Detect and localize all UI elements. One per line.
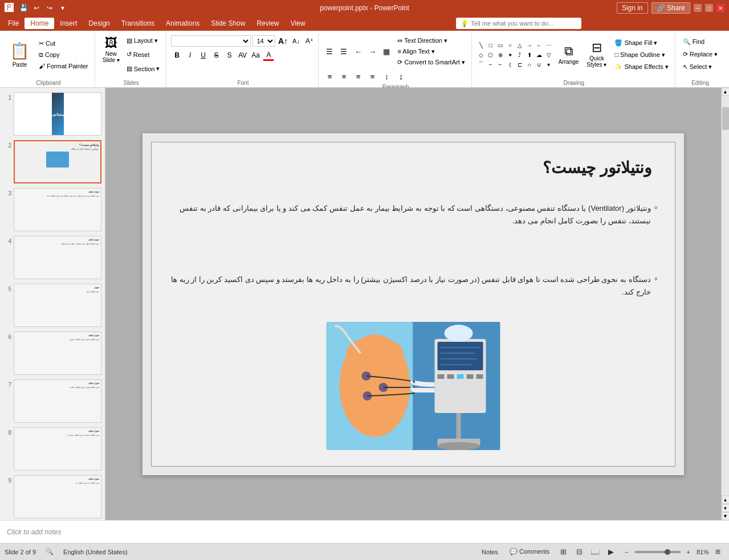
underline-button[interactable]: U <box>197 50 209 61</box>
justify-button[interactable]: ≡ <box>366 70 378 83</box>
menu-review[interactable]: Review <box>251 18 284 29</box>
slide-thumbnail-7[interactable]: 7 عنوان اسلاید متن اسلاید هفت متن اسلاید… <box>2 378 103 424</box>
shape-arrow-left[interactable]: ← <box>535 40 544 50</box>
menu-insert[interactable]: Insert <box>54 18 83 29</box>
font-name-select[interactable] <box>171 35 251 47</box>
menu-design[interactable]: Design <box>83 18 115 29</box>
text-direction-button[interactable]: ⇔ Text Direction ▾ <box>394 35 467 46</box>
save-button[interactable]: 💾 <box>18 2 29 14</box>
zoom-thumb[interactable] <box>665 549 670 555</box>
shape-d[interactable]: ⌣ <box>486 60 495 69</box>
slideshow-button[interactable]: ▶ <box>605 546 617 558</box>
shape-c[interactable]: ⌒ <box>477 60 486 69</box>
shapes-dropdown[interactable]: ▾ <box>544 60 553 69</box>
scroll-thumb[interactable] <box>722 107 729 130</box>
reading-view-button[interactable]: 📖 <box>589 546 601 558</box>
select-button[interactable]: ↖ Select ▾ <box>680 62 720 72</box>
shape-arrow-right[interactable]: → <box>525 40 534 50</box>
strikethrough-button[interactable]: S <box>210 50 222 61</box>
format-painter-button[interactable]: 🖌 Format Painter <box>36 61 91 71</box>
shape-rect[interactable]: □ <box>486 40 495 50</box>
shape-9[interactable]: ▽ <box>544 50 553 59</box>
cut-button[interactable]: ✂ Cut <box>36 38 91 48</box>
zoom-out-ribbon[interactable]: ▼ <box>722 504 730 512</box>
increase-font-button[interactable]: A↑ <box>277 35 288 47</box>
shape-7[interactable]: ⬆ <box>525 50 534 59</box>
shape-triangle[interactable]: △ <box>515 40 524 50</box>
slide-thumbnail-9[interactable]: 9 عنوان اسلاید متن اسلاید نه متن اسلاید … <box>2 474 103 520</box>
zoom-in-btn[interactable]: + <box>683 547 694 557</box>
layout-button[interactable]: ▤ Layout ▾ <box>124 35 163 46</box>
menu-animations[interactable]: Animations <box>160 18 205 29</box>
decrease-indent-button[interactable]: ← <box>352 45 364 58</box>
scroll-up-button[interactable]: ▲ <box>722 88 730 96</box>
tell-me-input[interactable] <box>471 20 573 27</box>
slide-thumbnail-8[interactable]: 8 عنوان اسلاید متن اسلاید هشت متن اسلاید… <box>2 426 103 472</box>
slide-thumbnail-5[interactable]: 5 عنوان متن اسلاید پنج <box>2 283 103 328</box>
zoom-in-ribbon[interactable]: ▲ <box>722 496 730 504</box>
menu-transitions[interactable]: Transitions <box>116 18 160 29</box>
shape-line[interactable]: ╲ <box>477 40 486 50</box>
numbering-button[interactable]: ☰ <box>337 45 350 58</box>
shape-f[interactable]: ⟨ <box>506 60 515 69</box>
menu-file[interactable]: File <box>2 18 25 29</box>
decrease-font-button[interactable]: A↓ <box>290 35 302 47</box>
shape-g[interactable]: ⊏ <box>515 60 524 69</box>
redo-button[interactable]: ↪ <box>44 2 55 14</box>
quick-styles-button[interactable]: ⊟ QuickStyles ▾ <box>584 39 609 71</box>
menu-view[interactable]: View <box>285 18 311 29</box>
notes-button[interactable]: Notes <box>478 547 502 557</box>
fit-window-button[interactable]: ⊞ <box>711 546 724 557</box>
new-slide-button[interactable]: 🖼 NewSlide ▾ <box>100 34 123 66</box>
shape-i[interactable]: ∪ <box>535 60 544 69</box>
slide-thumbnail-1[interactable]: 1 ونتیلاتور <box>2 91 103 137</box>
charspacing-button[interactable]: AV <box>237 50 248 61</box>
zoom-slider[interactable] <box>635 551 681 553</box>
scroll-down-button[interactable]: ▼ <box>722 512 730 520</box>
columns-button[interactable]: ▦ <box>380 45 393 58</box>
slide-thumbnail-3[interactable]: 3 عنوان اسلاید متن اسلاید سه متن اسلاید … <box>2 187 103 232</box>
canvas-area[interactable]: ونتیلاتور چیست؟ ° ونتیلاتور (Ventilator)… <box>105 88 721 520</box>
slide-thumbnail-6[interactable]: 6 عنوان اسلاید متن اسلاید شش متن اسلاید … <box>2 330 103 376</box>
align-text-button[interactable]: ≡ Align Text ▾ <box>394 46 467 56</box>
bullets-button[interactable]: ☰ <box>323 45 336 58</box>
close-button[interactable]: ✕ <box>716 4 724 12</box>
bold-button[interactable]: B <box>171 50 182 61</box>
find-button[interactable]: 🔍 Find <box>680 36 720 47</box>
section-button[interactable]: ▤ Section ▾ <box>124 64 163 74</box>
slide-thumbnail-4[interactable]: 4 عنوان اسلاید متن اسلاید چهار متن اسلای… <box>2 235 103 280</box>
scroll-track[interactable] <box>722 96 729 496</box>
accessibility-button[interactable]: 🔍 <box>42 546 58 557</box>
sign-in-button[interactable]: Sign in <box>617 2 648 14</box>
align-right-button[interactable]: ≡ <box>352 70 364 83</box>
normal-view-button[interactable]: ⊞ <box>557 546 569 558</box>
convert-smartart-button[interactable]: ⟳ Convert to SmartArt ▾ <box>394 57 467 67</box>
shape-2[interactable]: ◇ <box>477 50 486 59</box>
align-center-button[interactable]: ≡ <box>337 70 350 83</box>
shape-8[interactable]: ☁ <box>535 50 544 59</box>
comments-button[interactable]: 💬 Comments <box>506 546 553 557</box>
paste-button[interactable]: 📋 Paste <box>6 34 34 75</box>
menu-home[interactable]: Home <box>25 18 54 29</box>
shape-outline-button[interactable]: □ Shape Outline ▾ <box>612 50 671 60</box>
zoom-out-btn[interactable]: − <box>621 547 632 557</box>
shape-5[interactable]: ✦ <box>506 50 515 59</box>
menu-slideshow[interactable]: Slide Show <box>205 18 251 29</box>
quick-access-dropdown[interactable]: ▾ <box>57 2 68 14</box>
undo-button[interactable]: ↩ <box>31 2 42 14</box>
slide-thumbnail-2[interactable]: 2 ونتیلاتور چیست؟ ونتیلاتور (Ventilator)… <box>2 139 103 185</box>
maximize-button[interactable]: □ <box>705 4 713 12</box>
align-left-button[interactable]: ≡ <box>323 70 336 83</box>
shape-effects-button[interactable]: ✨ Shape Effects ▾ <box>612 62 671 72</box>
shape-3[interactable]: ⬠ <box>486 50 495 59</box>
italic-button[interactable]: I <box>184 50 196 61</box>
shape-more[interactable]: ⋯ <box>544 40 553 50</box>
replace-button[interactable]: ⟳ Replace ▾ <box>680 49 720 59</box>
shape-4[interactable]: ⊕ <box>496 50 505 59</box>
line-spacing-button[interactable]: ↕ <box>380 70 393 83</box>
para-spacing-button[interactable]: ↨ <box>394 70 407 83</box>
font-size-select[interactable]: 14 <box>252 35 275 47</box>
increase-indent-button[interactable]: → <box>366 45 378 58</box>
share-button[interactable]: 🔗 Share <box>651 2 690 14</box>
fontcolor-button[interactable]: A <box>263 50 274 61</box>
